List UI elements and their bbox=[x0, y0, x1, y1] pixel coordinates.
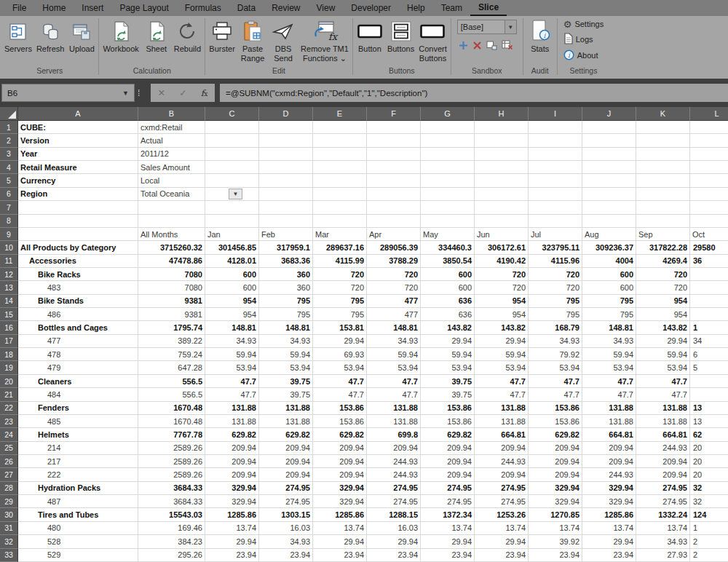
cell-E24[interactable]: 629.82 bbox=[313, 428, 367, 441]
cell-G19[interactable]: 53.94 bbox=[421, 361, 475, 374]
cell-B4[interactable]: Sales Amount bbox=[138, 161, 205, 174]
cell-G1[interactable] bbox=[421, 121, 475, 134]
cell-C16[interactable]: 148.81 bbox=[205, 321, 259, 334]
cell-B28[interactable]: 3684.33 bbox=[138, 482, 205, 495]
row-header-30[interactable]: 30 bbox=[0, 508, 18, 521]
cell-B33[interactable]: 295.26 bbox=[138, 549, 205, 562]
cell-I16[interactable]: 168.79 bbox=[529, 321, 582, 334]
cell-D30[interactable]: 1303.15 bbox=[259, 508, 313, 521]
cell-F2[interactable] bbox=[367, 134, 421, 147]
cell-F10[interactable]: 289056.39 bbox=[367, 241, 421, 254]
col-header-A[interactable]: A bbox=[18, 107, 138, 121]
cell-H32[interactable]: 29.94 bbox=[475, 535, 529, 548]
commit-sandbox-button[interactable] bbox=[486, 40, 497, 53]
cell-G15[interactable]: 636 bbox=[421, 308, 475, 321]
cell-A20[interactable]: Cleaners bbox=[18, 375, 138, 388]
cell-G13[interactable]: 600 bbox=[421, 281, 475, 294]
cell-H12[interactable]: 720 bbox=[475, 268, 529, 281]
cell-K9[interactable]: Sep bbox=[636, 228, 690, 241]
cell-B23[interactable]: 1670.48 bbox=[138, 415, 205, 428]
row-header-27[interactable]: 27 bbox=[0, 468, 18, 481]
col-header-H[interactable]: H bbox=[475, 107, 529, 121]
cell-L29[interactable]: 32 bbox=[690, 495, 728, 508]
cell-L12[interactable] bbox=[690, 268, 728, 281]
cell-F31[interactable]: 16.03 bbox=[367, 522, 421, 535]
convert-buttons-button[interactable]: ConvertButtons bbox=[416, 17, 449, 63]
cell-D22[interactable]: 131.88 bbox=[259, 402, 313, 415]
cell-C10[interactable]: 301456.85 bbox=[205, 241, 259, 254]
cell-C19[interactable]: 53.94 bbox=[205, 361, 259, 374]
cell-I21[interactable]: 47.7 bbox=[529, 388, 582, 401]
col-header-F[interactable]: F bbox=[367, 107, 421, 121]
cell-H24[interactable]: 664.81 bbox=[475, 428, 529, 441]
cell-L1[interactable] bbox=[690, 121, 728, 134]
cell-B5[interactable]: Local bbox=[138, 174, 205, 187]
cell-F30[interactable]: 1288.15 bbox=[367, 508, 421, 521]
cell-D31[interactable]: 16.03 bbox=[259, 522, 313, 535]
cell-D9[interactable]: Feb bbox=[259, 228, 313, 241]
cell-K25[interactable]: 244.93 bbox=[636, 442, 690, 455]
cell-C23[interactable]: 131.88 bbox=[205, 415, 259, 428]
cell-L16[interactable]: 1 bbox=[690, 321, 728, 334]
row-header-29[interactable]: 29 bbox=[0, 495, 18, 508]
cell-I24[interactable]: 629.82 bbox=[529, 428, 582, 441]
cell-D25[interactable]: 209.94 bbox=[259, 442, 313, 455]
cell-J30[interactable]: 1285.86 bbox=[582, 508, 636, 521]
cell-H9[interactable]: Jun bbox=[475, 228, 529, 241]
cell-K20[interactable]: 47.7 bbox=[636, 375, 690, 388]
cell-L17[interactable]: 34 bbox=[690, 335, 728, 348]
cell-D8[interactable] bbox=[259, 215, 313, 228]
sheet-button[interactable]: Sheet bbox=[141, 17, 172, 55]
cell-E13[interactable]: 720 bbox=[313, 281, 367, 294]
cell-L22[interactable]: 13 bbox=[690, 402, 728, 415]
cell-C3[interactable] bbox=[205, 148, 259, 161]
cell-D27[interactable]: 209.94 bbox=[259, 468, 313, 481]
cell-B7[interactable] bbox=[138, 201, 205, 214]
cell-D23[interactable]: 131.88 bbox=[259, 415, 313, 428]
insert-function-icon[interactable]: fx bbox=[201, 88, 208, 98]
cell-J10[interactable]: 309236.37 bbox=[582, 241, 636, 254]
cell-C8[interactable] bbox=[205, 215, 259, 228]
cell-H17[interactable]: 29.94 bbox=[475, 335, 529, 348]
row-header-28[interactable]: 28 bbox=[0, 482, 18, 495]
cell-B11[interactable]: 47478.86 bbox=[138, 255, 205, 268]
cell-C14[interactable]: 954 bbox=[205, 295, 259, 308]
cell-A11[interactable]: Accessories bbox=[18, 255, 138, 268]
cell-B21[interactable]: 556.5 bbox=[138, 388, 205, 401]
cell-D29[interactable]: 274.95 bbox=[259, 495, 313, 508]
cell-H13[interactable]: 720 bbox=[475, 281, 529, 294]
col-header-J[interactable]: J bbox=[582, 107, 636, 121]
cell-K12[interactable]: 720 bbox=[636, 268, 690, 281]
cell-G29[interactable]: 274.95 bbox=[421, 495, 475, 508]
cell-I19[interactable]: 53.94 bbox=[529, 361, 582, 374]
cell-L23[interactable]: 13 bbox=[690, 415, 728, 428]
cell-E4[interactable] bbox=[313, 161, 367, 174]
cell-F24[interactable]: 699.8 bbox=[367, 428, 421, 441]
cell-A14[interactable]: Bike Stands bbox=[18, 295, 138, 308]
cell-K32[interactable]: 34.93 bbox=[636, 535, 690, 548]
cell-C22[interactable]: 131.88 bbox=[205, 402, 259, 415]
cell-K29[interactable]: 274.95 bbox=[636, 495, 690, 508]
cell-J5[interactable] bbox=[582, 174, 636, 187]
buttons-button[interactable]: Buttons bbox=[385, 17, 416, 55]
cell-J28[interactable]: 329.94 bbox=[582, 482, 636, 495]
cell-C30[interactable]: 1285.86 bbox=[205, 508, 259, 521]
cell-C26[interactable]: 209.94 bbox=[205, 455, 259, 468]
cell-A21[interactable]: 484 bbox=[18, 388, 138, 401]
cell-H23[interactable]: 131.88 bbox=[475, 415, 529, 428]
cell-C11[interactable]: 4128.01 bbox=[205, 255, 259, 268]
cell-C18[interactable]: 59.94 bbox=[205, 348, 259, 361]
cell-C17[interactable]: 34.93 bbox=[205, 335, 259, 348]
cell-G5[interactable] bbox=[421, 174, 475, 187]
cell-L24[interactable]: 62 bbox=[690, 428, 728, 441]
cell-B1[interactable]: cxmd:Retail bbox=[138, 121, 205, 134]
cell-A27[interactable]: 222 bbox=[18, 468, 138, 481]
cell-F21[interactable]: 47.7 bbox=[367, 388, 421, 401]
cell-H1[interactable] bbox=[475, 121, 529, 134]
cell-I15[interactable]: 795 bbox=[529, 308, 582, 321]
cell-I5[interactable] bbox=[529, 174, 582, 187]
paste-range-button[interactable]: PasteRange bbox=[237, 17, 268, 63]
cell-B14[interactable]: 9381 bbox=[138, 295, 205, 308]
cell-H31[interactable]: 13.74 bbox=[475, 522, 529, 535]
cell-J11[interactable]: 4004 bbox=[582, 255, 636, 268]
